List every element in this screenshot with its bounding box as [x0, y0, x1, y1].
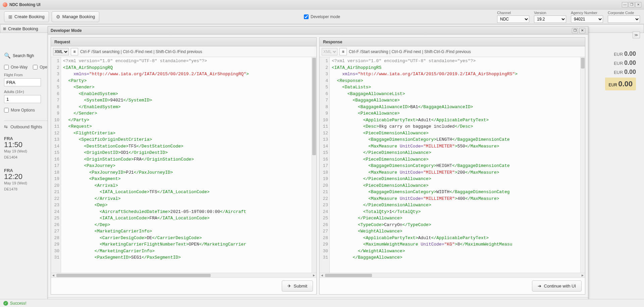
manage-booking-button[interactable]: ⚙ Manage Booking [52, 11, 100, 22]
scroll-left-icon[interactable]: ◄ [51, 273, 56, 277]
search-flights-row[interactable]: 🔍 Search fligh [4, 52, 54, 59]
swap-icon: ⇆ [4, 124, 8, 129]
search-sidebar: 🔍 Search fligh One-Way Ope Flight From A… [4, 36, 54, 193]
price-total: EUR 0.00 [605, 78, 636, 90]
scrollbar-thumb[interactable] [56, 274, 211, 277]
status-text: Success! [10, 301, 26, 306]
maximize-button[interactable]: ❐ [629, 2, 635, 7]
create-booking-button[interactable]: ⊞ Create Booking [4, 11, 49, 22]
window-title: NDC Booking UI [9, 2, 622, 7]
dev-panel-header: Developer Mode ❐ ✕ [48, 27, 588, 35]
one-way-label: One-Way [11, 65, 28, 70]
price-line: EUR 0.00 [605, 50, 636, 57]
response-toolbar: XML ≡ Ctrl-F /Start searching | Ctrl-G /… [320, 46, 585, 57]
flight-from-label: Flight From [4, 73, 54, 77]
continue-with-ui-button[interactable]: ➔ Continue with UI [532, 280, 582, 292]
developer-mode-label: Developer mode [311, 14, 340, 19]
scrollbar-thumb[interactable] [325, 274, 372, 277]
response-search-hint: Ctrl-F /Start searching | Ctrl-G /Find n… [349, 49, 471, 54]
response-pane: Response XML ≡ Ctrl-F /Start searching |… [319, 37, 585, 295]
minimize-button[interactable]: — [622, 2, 628, 7]
flight-number: DE1404 [4, 155, 54, 159]
adults-input[interactable] [4, 95, 41, 103]
price-line: EUR 0.00 [605, 69, 636, 76]
price-summary: EUR 0.00 EUR 0.00 EUR 0.00 EUR 0.00 [605, 50, 636, 90]
scrollbar-thumb[interactable] [312, 58, 316, 155]
request-header: Request [51, 38, 316, 46]
status-bar: ✓ Success! [0, 299, 644, 307]
request-hscroll[interactable]: ◄ ► [51, 273, 316, 277]
dev-maximize-button[interactable]: ❐ [572, 28, 578, 33]
create-booking-label: Create Booking [14, 14, 45, 19]
paper-plane-icon: ✈ [287, 283, 291, 289]
outbound-flights-header: ⇆ Outbound flights [4, 124, 54, 129]
adults-label: Adults (16+) [4, 90, 54, 94]
version-field: Version 19.2 [534, 11, 566, 23]
main-toolbar: ⊞ Create Booking ⚙ Manage Booking Develo… [0, 9, 644, 24]
flight-card[interactable]: FRA12:20May 19 (Wed)DE1478 [4, 166, 54, 193]
response-format-select: XML [322, 48, 337, 55]
scroll-left-icon[interactable]: ◄ [320, 273, 324, 277]
channel-field: Channel NDC [497, 11, 529, 23]
flight-date: May 19 (Wed) [4, 181, 54, 185]
search-icon: 🔍 [4, 52, 11, 59]
accordion-title: Create Booking [8, 26, 38, 31]
response-line-gutter: 1 2 3 4 5 6 7 8 9 10 11 12 13 14 15 16 1… [320, 57, 330, 273]
corp-code-label: Corporate Code [608, 11, 640, 15]
manage-booking-label: Manage Booking [62, 14, 95, 19]
request-vscroll[interactable] [312, 57, 316, 273]
dev-panel-title: Developer Mode [51, 28, 82, 33]
request-toolbar: XML ≡ Ctrl-F /Start searching | Ctrl-G /… [51, 46, 316, 57]
agency-field: Agency Number 94021 [571, 11, 603, 23]
price-line: EUR 0.00 [605, 59, 636, 67]
check-circle-icon: ✓ [3, 301, 8, 306]
agency-label: Agency Number [571, 11, 603, 15]
request-code-editor[interactable]: <?xml version="1.0" encoding="UTF-8" sta… [61, 57, 312, 273]
request-search-hint: Ctrl-F /Start searching | Ctrl-G /Find n… [80, 49, 202, 54]
scroll-right-icon[interactable]: ► [580, 273, 585, 277]
request-pane: Request XML ≡ Ctrl-F /Start searching | … [51, 37, 317, 295]
developer-mode-checkbox[interactable] [304, 14, 309, 19]
list-view-icon[interactable]: ≡ [339, 48, 347, 55]
request-format-select[interactable]: XML [53, 48, 69, 55]
version-label: Version [534, 11, 566, 15]
developer-mode-toggle[interactable]: Developer mode [304, 14, 340, 19]
channel-select[interactable]: NDC [497, 15, 529, 23]
response-header: Response [320, 38, 585, 46]
response-code-viewer[interactable]: <?xml version="1.0" encoding="UTF-8" sta… [330, 57, 580, 273]
scrollbar-thumb[interactable] [581, 58, 585, 69]
agency-select[interactable]: 94021 [571, 15, 603, 23]
response-vscroll[interactable] [580, 57, 585, 273]
arrow-right-circle-icon: ➔ [538, 283, 541, 289]
continue-label: Continue with UI [544, 283, 576, 289]
flight-time: 11:50 [4, 141, 54, 148]
submit-button[interactable]: ✈ Submit [282, 280, 313, 292]
flight-date: May 19 (Wed) [4, 149, 54, 153]
submit-label: Submit [294, 283, 307, 289]
open-label: Ope [40, 65, 47, 70]
request-line-gutter: 1 2 3 4 5 6 7 8 9 10 11 12 13 14 15 16 1… [51, 57, 61, 273]
expand-icon: ⊞ [3, 27, 6, 31]
flight-card[interactable]: FRA11:50May 19 (Wed)DE1404 [4, 134, 54, 161]
scroll-right-icon[interactable]: ► [312, 273, 316, 277]
developer-mode-panel: Developer Mode ❐ ✕ Request XML ≡ Ctrl-F … [48, 26, 588, 306]
response-hscroll[interactable]: ◄ ► [320, 273, 585, 277]
search-flights-label: Search fligh [13, 53, 34, 58]
gear-icon: ⚙ [56, 14, 60, 19]
flight-time: 12:20 [4, 173, 54, 180]
flight-from-input[interactable] [4, 78, 41, 86]
more-options-label: More Options [11, 108, 35, 113]
plus-square-icon: ⊞ [8, 14, 12, 19]
flight-number: DE1478 [4, 187, 54, 191]
more-options-checkbox[interactable] [4, 108, 9, 113]
one-way-checkbox[interactable] [4, 65, 9, 70]
version-select[interactable]: 19.2 [534, 15, 566, 23]
channel-label: Channel [497, 11, 529, 15]
open-jaw-checkbox[interactable] [33, 65, 38, 70]
list-view-icon[interactable]: ≡ [71, 48, 78, 55]
outbound-flights-label: Outbound flights [10, 124, 42, 129]
close-button[interactable]: ✕ [635, 2, 641, 7]
corp-code-field: Corporate Code [608, 11, 640, 23]
dev-close-button[interactable]: ✕ [579, 28, 585, 33]
corp-code-select[interactable] [608, 15, 640, 23]
